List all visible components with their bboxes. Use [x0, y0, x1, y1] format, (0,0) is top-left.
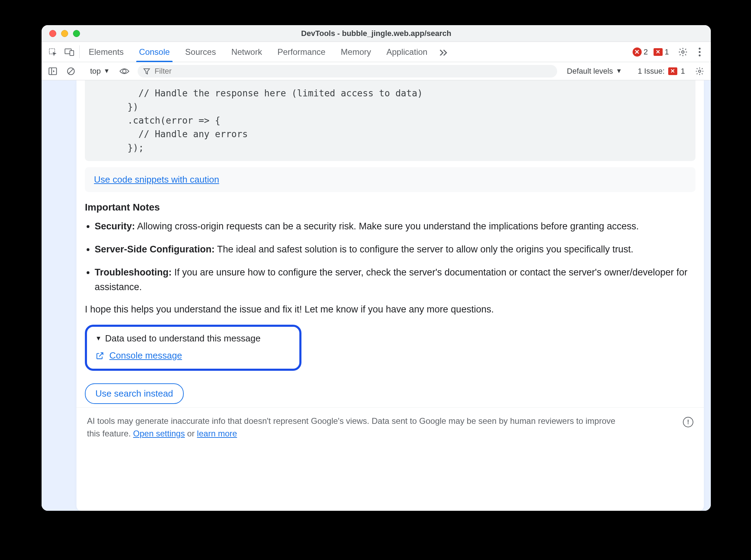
- issues-label: 1 Issue:: [638, 67, 665, 76]
- section-heading: Important Notes: [85, 202, 695, 213]
- caution-callout: Use code snippets with caution: [85, 167, 695, 192]
- tab-application[interactable]: Application: [379, 42, 435, 62]
- closing-text: I hope this helps you understand the iss…: [85, 304, 695, 315]
- error-icon: ✕: [633, 47, 642, 57]
- flag-icon: ✕: [668, 67, 677, 75]
- flag-icon: ✕: [654, 48, 663, 56]
- console-message-link[interactable]: Console message: [109, 350, 182, 361]
- console-settings-icon[interactable]: [691, 67, 708, 76]
- info-icon[interactable]: !: [683, 417, 693, 427]
- tab-sources[interactable]: Sources: [177, 42, 224, 62]
- open-settings-link[interactable]: Open settings: [133, 429, 185, 438]
- more-tabs-icon[interactable]: [435, 42, 452, 62]
- note-text: Allowing cross-origin requests can be a …: [135, 221, 639, 231]
- svg-point-6: [699, 54, 700, 56]
- filter-icon: [143, 68, 150, 75]
- disclosure-link-row: Console message: [95, 350, 291, 361]
- data-disclosure-box: ▼ Data used to understand this message C…: [85, 325, 301, 371]
- disclosure-toggle[interactable]: ▼ Data used to understand this message: [95, 333, 291, 344]
- levels-label: Default levels: [567, 67, 613, 76]
- note-text: If you are unsure how to configure the s…: [95, 267, 687, 292]
- tab-label: Elements: [89, 47, 124, 57]
- device-toolbar-icon[interactable]: [61, 42, 78, 62]
- svg-point-5: [699, 51, 700, 53]
- code-snippet: // Handle the response here (limited acc…: [85, 80, 695, 161]
- note-text: The ideal and safest solution is to conf…: [215, 244, 634, 255]
- notes-list: Security: Allowing cross-origin requests…: [95, 219, 695, 294]
- settings-icon[interactable]: [675, 42, 691, 62]
- tab-console[interactable]: Console: [131, 42, 177, 62]
- tab-label: Application: [386, 47, 427, 57]
- svg-point-4: [699, 47, 700, 49]
- svg-rect-7: [49, 68, 57, 75]
- disclosure-summary: Data used to understand this message: [105, 333, 261, 344]
- main-tabbar: Elements Console Sources Network Perform…: [42, 42, 711, 62]
- filter-input-wrapper[interactable]: [138, 65, 557, 78]
- open-external-icon: [95, 351, 104, 360]
- tab-label: Console: [139, 47, 170, 57]
- window-title: DevTools - bubble_jingle.web.app/search: [42, 29, 711, 38]
- disclaimer-mid: or: [185, 429, 197, 438]
- issue-flag-counter[interactable]: ✕ 1: [654, 42, 669, 62]
- tab-performance[interactable]: Performance: [270, 42, 333, 62]
- chevron-down-icon: ▼: [104, 67, 110, 75]
- context-selector[interactable]: top ▼: [85, 67, 115, 76]
- list-item: Security: Allowing cross-origin requests…: [95, 219, 695, 234]
- tab-label: Sources: [185, 47, 216, 57]
- clear-console-icon[interactable]: [63, 67, 79, 76]
- error-count: 2: [644, 47, 648, 57]
- use-search-button[interactable]: Use search instead: [85, 383, 184, 404]
- svg-point-12: [699, 70, 701, 72]
- note-label: Security:: [95, 221, 135, 231]
- svg-point-11: [123, 69, 126, 73]
- tab-elements[interactable]: Elements: [81, 42, 131, 62]
- tab-memory[interactable]: Memory: [333, 42, 379, 62]
- console-content: // Handle the response here (limited acc…: [42, 80, 711, 511]
- note-label: Troubleshooting:: [95, 267, 172, 278]
- disclaimer-text: AI tools may generate inaccurate info th…: [87, 415, 618, 440]
- log-levels-selector[interactable]: Default levels ▼: [562, 67, 627, 76]
- tab-label: Memory: [341, 47, 371, 57]
- note-label: Server-Side Configuration:: [95, 244, 215, 255]
- svg-line-10: [69, 69, 73, 73]
- titlebar: DevTools - bubble_jingle.web.app/search: [42, 25, 711, 42]
- tab-label: Performance: [277, 47, 325, 57]
- ai-insight-panel: // Handle the response here (limited acc…: [76, 80, 704, 511]
- list-item: Server-Side Configuration: The ideal and…: [95, 242, 695, 257]
- kebab-menu-icon[interactable]: [691, 42, 708, 62]
- live-expression-icon[interactable]: [116, 68, 133, 75]
- list-item: Troubleshooting: If you are unsure how t…: [95, 265, 695, 295]
- caution-link[interactable]: Use code snippets with caution: [94, 174, 219, 185]
- issues-count: 1: [681, 67, 685, 76]
- filter-input[interactable]: [154, 67, 551, 76]
- chevron-down-icon: ▼: [616, 67, 622, 75]
- sidebar-toggle-icon[interactable]: [44, 67, 61, 75]
- tab-label: Network: [231, 47, 262, 57]
- error-counter[interactable]: ✕ 2: [633, 42, 648, 62]
- context-label: top: [90, 67, 101, 76]
- learn-more-link[interactable]: learn more: [197, 429, 237, 438]
- inspect-element-icon[interactable]: [44, 42, 61, 62]
- triangle-down-icon: ▼: [95, 335, 102, 342]
- tab-network[interactable]: Network: [224, 42, 270, 62]
- ai-disclaimer-footer: AI tools may generate inaccurate info th…: [76, 407, 704, 449]
- issues-indicator[interactable]: 1 Issue: ✕ 1: [633, 67, 690, 76]
- svg-rect-2: [70, 51, 74, 56]
- devtools-window: DevTools - bubble_jingle.web.app/search …: [42, 25, 711, 511]
- svg-point-3: [682, 51, 684, 53]
- divider: [79, 45, 80, 58]
- flag-count: 1: [665, 47, 669, 57]
- console-toolbar: top ▼ Default levels ▼ 1 Issue: ✕ 1: [42, 62, 711, 80]
